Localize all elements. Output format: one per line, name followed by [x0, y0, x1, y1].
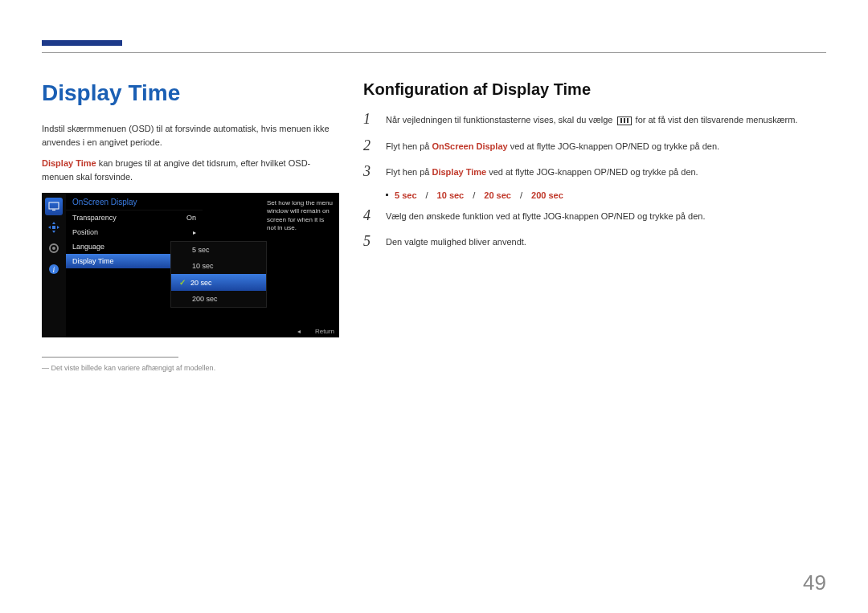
step-1: 1 Når vejledningen til funktionstasterne… [363, 112, 826, 127]
footnote-dash: ― [42, 364, 49, 372]
osd-return-label: Return [315, 328, 334, 335]
osd-label: Language [72, 243, 104, 251]
chevron-right-icon: ▸ [193, 229, 196, 236]
step-3: 3 Flyt hen på Display Time ved at flytte… [363, 164, 826, 179]
osd-label: Transparency [72, 214, 117, 222]
step-number: 2 [363, 138, 376, 153]
step-number: 5 [363, 234, 376, 248]
option-10sec: 10 sec [437, 190, 465, 200]
header-accent-bar [42, 40, 122, 46]
check-icon: ✓ [179, 278, 186, 287]
page-title: Display Time [42, 80, 339, 106]
osd-option-200sec: 200 sec [171, 291, 266, 307]
option-5sec: 5 sec [395, 190, 417, 200]
step-list: 1 Når vejledningen til funktionstasterne… [363, 112, 826, 249]
monitor-icon [45, 198, 63, 215]
step-number: 4 [363, 208, 376, 223]
info-icon: i [45, 260, 63, 278]
osd-title: OnScreen Display [66, 193, 203, 210]
svg-rect-2 [52, 226, 55, 229]
display-time-term: Display Time [42, 158, 96, 168]
option-20sec: 20 sec [484, 190, 511, 200]
osd-option-10sec: 10 sec [171, 258, 266, 274]
svg-text:i: i [53, 265, 55, 274]
onscreen-display-term: OnScreen Display [432, 141, 507, 151]
step-body: Flyt hen på Display Time ved at flytte J… [386, 164, 826, 179]
menu-icon [617, 116, 632, 125]
step-number: 1 [363, 112, 376, 126]
svg-rect-0 [49, 202, 59, 209]
osd-sidebar: i [42, 193, 66, 337]
display-time-term: Display Time [432, 167, 486, 177]
bullet-icon [386, 194, 388, 196]
header-rule [42, 52, 826, 53]
section-heading: Konfiguration af Display Time [363, 80, 826, 99]
osd-submenu: 5 sec 10 sec ✓20 sec 200 sec [170, 241, 267, 308]
option-200sec: 200 sec [531, 190, 563, 200]
footnote-text: Det viste billede kan variere afhængigt … [51, 364, 216, 372]
osd-value: On [186, 214, 196, 222]
intro-paragraph-1: Indstil skærmmenuen (OSD) til at forsvin… [42, 122, 339, 149]
step-body: Vælg den ønskede funktion ved at flytte … [386, 208, 826, 223]
svg-rect-1 [52, 210, 55, 210]
step-5: 5 Den valgte mulighed bliver anvendt. [363, 234, 826, 249]
osd-label: Position [72, 228, 98, 236]
intro-paragraph-2: Display Time kan bruges til at angive de… [42, 157, 339, 183]
step-body: Flyt hen på OnScreen Display ved at flyt… [386, 138, 826, 153]
osd-row-position: Position ▸ [66, 225, 203, 239]
sep: / [520, 190, 522, 200]
gear-icon [45, 239, 63, 257]
osd-label: Display Time [72, 257, 114, 265]
step-body: Den valgte mulighed bliver anvendt. [386, 234, 826, 249]
step-number: 3 [363, 164, 376, 178]
svg-point-4 [52, 247, 55, 250]
left-column: Display Time Indstil skærmmenuen (OSD) t… [42, 80, 339, 372]
osd-footer: ◂ Return [297, 328, 334, 335]
step-4: 4 Vælg den ønskede funktion ved at flytt… [363, 208, 826, 223]
osd-screenshot: i OnScreen Display Transparency On Posit… [42, 193, 339, 337]
osd-row-transparency: Transparency On [66, 210, 203, 225]
sep: / [473, 190, 475, 200]
osd-help-text: Set how long the menu window will remain… [264, 196, 336, 236]
footnote: ― Det viste billede kan variere afhængig… [42, 364, 339, 372]
osd-option-20sec: ✓20 sec [171, 274, 266, 291]
osd-option-5sec: 5 sec [171, 242, 266, 258]
step-2: 2 Flyt hen på OnScreen Display ved at fl… [363, 138, 826, 153]
page-number: 49 [803, 570, 826, 595]
footnote-divider [42, 357, 178, 358]
step-body: Når vejledningen til funktionstasterne v… [386, 112, 826, 127]
move-icon [45, 219, 63, 236]
right-column: Konfiguration af Display Time 1 Når vejl… [363, 80, 826, 372]
sep: / [426, 190, 428, 200]
triangle-left-icon: ◂ [297, 328, 301, 335]
options-bullet: 5 sec / 10 sec / 20 sec / 200 sec [386, 190, 826, 200]
